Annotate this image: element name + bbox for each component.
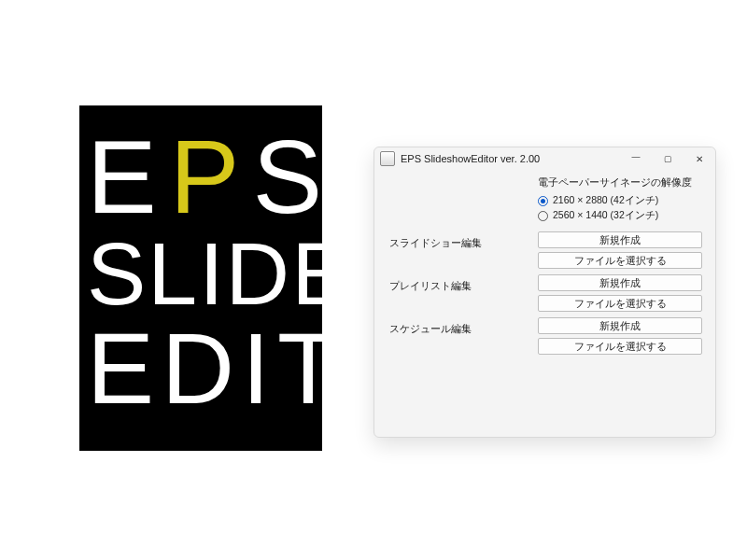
radio-icon <box>538 196 548 206</box>
logo-line-2: SLIDE <box>87 230 315 318</box>
resolution-option-label: 2560 × 1440 (32インチ) <box>553 209 658 222</box>
resolution-group: 電子ペーパーサイネージの解像度 2160 × 2880 (42インチ) 2560… <box>538 175 692 223</box>
window-title: EPS SlideshowEditor ver. 2.00 <box>401 153 620 164</box>
playlist-new-button[interactable]: 新規作成 <box>538 274 702 291</box>
logo-letter-e: E <box>87 119 170 235</box>
schedule-buttons: 新規作成 ファイルを選択する <box>538 317 702 355</box>
logo-letter-p: P <box>170 119 253 235</box>
section-label-playlist: プレイリスト編集 <box>389 280 472 293</box>
slideshow-open-button[interactable]: ファイルを選択する <box>538 252 702 269</box>
logo-line-1: EPS <box>87 125 315 230</box>
close-button[interactable] <box>684 147 715 170</box>
section-label-slideshow: スライドショー編集 <box>389 237 482 250</box>
logo-letter-s: S <box>252 119 322 235</box>
playlist-buttons: 新規作成 ファイルを選択する <box>538 274 702 312</box>
slideshow-buttons: 新規作成 ファイルを選択する <box>538 231 702 269</box>
schedule-new-button[interactable]: 新規作成 <box>538 317 702 334</box>
playlist-open-button[interactable]: ファイルを選択する <box>538 295 702 312</box>
resolution-option-32[interactable]: 2560 × 1440 (32インチ) <box>538 208 692 223</box>
radio-icon <box>538 211 548 221</box>
schedule-open-button[interactable]: ファイルを選択する <box>538 338 702 355</box>
titlebar[interactable]: EPS SlideshowEditor ver. 2.00 <box>374 147 715 170</box>
client-area: 電子ペーパーサイネージの解像度 2160 × 2880 (42インチ) 2560… <box>374 170 715 437</box>
resolution-option-42[interactable]: 2160 × 2880 (42インチ) <box>538 193 692 208</box>
app-window: EPS SlideshowEditor ver. 2.00 電子ペーパーサイネー… <box>374 147 716 438</box>
app-logo: EPS SLIDE EDIT <box>79 105 322 451</box>
maximize-button[interactable] <box>652 147 684 170</box>
slideshow-new-button[interactable]: 新規作成 <box>538 231 702 248</box>
logo-line-3: EDIT <box>87 318 315 419</box>
minimize-button[interactable] <box>620 147 652 170</box>
resolution-heading: 電子ペーパーサイネージの解像度 <box>538 175 692 189</box>
section-label-schedule: スケジュール編集 <box>389 323 472 336</box>
resolution-option-label: 2160 × 2880 (42インチ) <box>553 194 658 207</box>
app-icon <box>380 151 395 166</box>
